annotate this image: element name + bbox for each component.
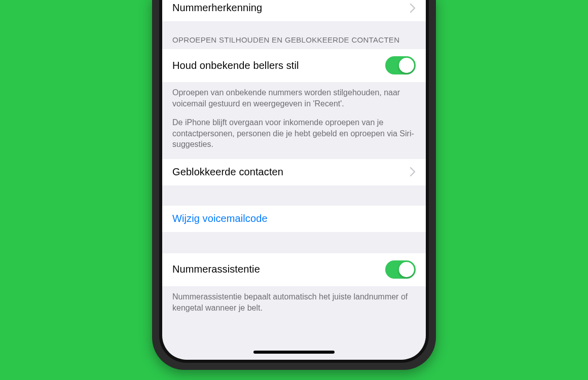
- section-spacer: [162, 232, 426, 253]
- section-footer-assistance: Nummerassistentie bepaalt automatisch he…: [162, 286, 426, 322]
- section-footer-silence: Oproepen van onbekende nummers worden st…: [162, 82, 426, 159]
- phone-frame: Nummerherkenning OPROEPEN STILHOUDEN EN …: [152, 0, 436, 370]
- settings-list: Nummerherkenning OPROEPEN STILHOUDEN EN …: [162, 0, 426, 322]
- label-number-identification: Nummerherkenning: [172, 2, 262, 14]
- footer-text-1: Oproepen van onbekende nummers worden st…: [172, 87, 416, 109]
- toggle-silence-unknown-callers[interactable]: [385, 56, 416, 74]
- row-number-identification[interactable]: Nummerherkenning: [162, 0, 426, 21]
- toggle-knob: [399, 262, 414, 277]
- toggle-number-assistance[interactable]: [385, 260, 416, 279]
- chevron-right-icon: [410, 167, 416, 177]
- label-blocked-contacts: Geblokkeerde contacten: [172, 166, 283, 178]
- phone-bezel: Nummerherkenning OPROEPEN STILHOUDEN EN …: [159, 0, 429, 363]
- chevron-right-icon: [410, 3, 416, 13]
- toggle-knob: [399, 58, 414, 73]
- phone-screen: Nummerherkenning OPROEPEN STILHOUDEN EN …: [162, 0, 426, 360]
- label-silence-unknown-callers: Houd onbekende bellers stil: [172, 60, 299, 71]
- home-indicator[interactable]: [253, 351, 335, 354]
- section-spacer: [162, 185, 426, 206]
- row-blocked-contacts[interactable]: Geblokkeerde contacten: [162, 159, 426, 185]
- section-header-silence: OPROEPEN STILHOUDEN EN GEBLOKKEERDE CONT…: [162, 21, 426, 49]
- row-change-voicemail-code[interactable]: Wijzig voicemailcode: [162, 206, 426, 232]
- label-change-voicemail-code: Wijzig voicemailcode: [172, 213, 268, 224]
- footer-text-2: De iPhone blijft overgaan voor inkomende…: [172, 117, 416, 150]
- row-number-assistance[interactable]: Nummerassistentie: [162, 253, 426, 286]
- label-number-assistance: Nummerassistentie: [172, 263, 260, 275]
- row-silence-unknown-callers[interactable]: Houd onbekende bellers stil: [162, 49, 426, 82]
- footer-text-assistance: Nummerassistentie bepaalt automatisch he…: [172, 291, 416, 313]
